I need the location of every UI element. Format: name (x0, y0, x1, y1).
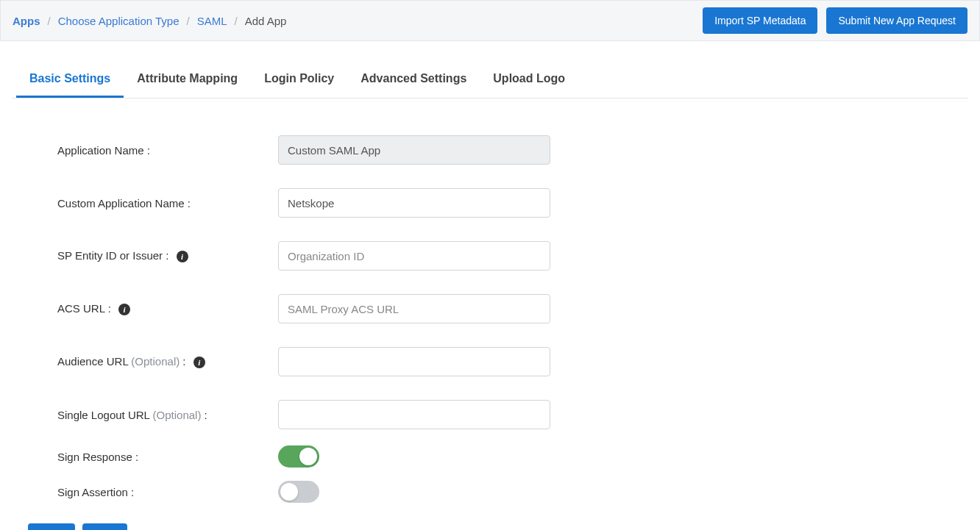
row-application-name: Application Name : (57, 135, 968, 165)
label-sign-response: Sign Response : (57, 451, 278, 463)
panel: Basic Settings Attribute Mapping Login P… (12, 57, 968, 530)
info-icon[interactable]: i (193, 357, 205, 368)
breadcrumb-apps[interactable]: Apps (13, 15, 40, 27)
row-single-logout-url: Single Logout URL (Optional) : (57, 400, 968, 429)
topbar: Apps / Choose Application Type / SAML / … (0, 0, 980, 41)
row-sp-entity-id: SP Entity ID or Issuer : i (57, 241, 968, 271)
sign-assertion-toggle[interactable] (278, 481, 319, 503)
label-slo-optional: (Optional) (153, 409, 202, 421)
import-sp-metadata-button[interactable]: Import SP Metadata (703, 7, 817, 34)
label-sp-entity-id: SP Entity ID or Issuer : i (57, 249, 278, 262)
row-custom-application-name: Custom Application Name : (57, 188, 968, 218)
label-slo-tail: : (201, 409, 207, 421)
breadcrumb-sep: / (187, 15, 190, 27)
tab-login-policy[interactable]: Login Policy (251, 57, 347, 98)
breadcrumb-sep: / (235, 15, 238, 27)
tab-basic-settings[interactable]: Basic Settings (16, 57, 124, 98)
tabs: Basic Settings Attribute Mapping Login P… (12, 57, 968, 99)
form-actions: Save Next (28, 523, 968, 530)
row-sign-response: Sign Response : (57, 445, 968, 468)
next-button[interactable]: Next (82, 523, 127, 530)
custom-application-name-input[interactable] (278, 188, 550, 218)
row-audience-url: Audience URL (Optional) : i (57, 347, 968, 376)
toggle-knob (299, 448, 317, 465)
sign-response-toggle[interactable] (278, 445, 319, 468)
single-logout-url-input[interactable] (278, 400, 550, 429)
audience-url-input[interactable] (278, 347, 550, 376)
breadcrumb-choose-type[interactable]: Choose Application Type (58, 15, 180, 27)
application-name-input (278, 135, 550, 165)
breadcrumb-current: Add App (245, 15, 287, 27)
tab-attribute-mapping[interactable]: Attribute Mapping (124, 57, 251, 98)
label-audience-url-main: Audience URL (57, 355, 131, 368)
breadcrumb: Apps / Choose Application Type / SAML / … (13, 15, 286, 27)
label-slo-main: Single Logout URL (57, 409, 153, 421)
label-audience-url: Audience URL (Optional) : i (57, 355, 278, 368)
info-icon[interactable]: i (118, 304, 130, 315)
breadcrumb-sep: / (48, 15, 51, 27)
label-audience-url-tail: : (180, 355, 185, 368)
row-sign-assertion: Sign Assertion : (57, 481, 968, 503)
sp-entity-id-input[interactable] (278, 241, 550, 271)
tab-advanced-settings[interactable]: Advanced Settings (347, 57, 480, 98)
label-application-name: Application Name : (57, 144, 278, 157)
tab-upload-logo[interactable]: Upload Logo (480, 57, 578, 98)
info-icon[interactable]: i (177, 251, 188, 262)
toggle-knob (280, 483, 298, 501)
row-acs-url: ACS URL : i (57, 294, 968, 323)
label-sp-entity-id-text: SP Entity ID or Issuer : (57, 249, 168, 262)
label-acs-url: ACS URL : i (57, 302, 278, 315)
acs-url-input[interactable] (278, 294, 550, 323)
label-sign-assertion: Sign Assertion : (57, 486, 278, 498)
label-custom-application-name: Custom Application Name : (57, 197, 278, 210)
header-buttons: Import SP Metadata Submit New App Reques… (703, 7, 967, 34)
breadcrumb-saml[interactable]: SAML (197, 15, 227, 27)
submit-new-app-request-button[interactable]: Submit New App Request (826, 7, 967, 34)
label-audience-url-optional: (Optional) (131, 355, 180, 368)
label-acs-url-text: ACS URL : (57, 302, 111, 315)
basic-settings-form: Application Name : Custom Application Na… (12, 99, 968, 503)
label-single-logout-url: Single Logout URL (Optional) : (57, 409, 278, 421)
save-button[interactable]: Save (28, 523, 75, 530)
